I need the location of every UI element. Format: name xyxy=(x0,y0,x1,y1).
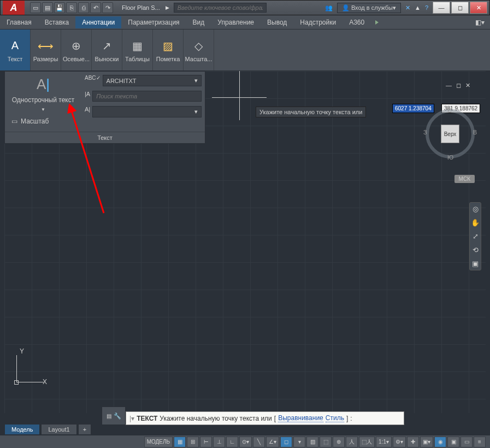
vp-restore[interactable]: ◻ xyxy=(456,82,461,89)
tab-addins[interactable]: Надстройки xyxy=(293,16,343,28)
annoscale-toggle[interactable]: 人 xyxy=(346,437,358,447)
cmd-option-style[interactable]: Стиль xyxy=(326,414,344,422)
app-logo[interactable]: A xyxy=(3,1,25,15)
text-height-combo[interactable]: ▾ xyxy=(92,106,202,117)
close-button[interactable]: ✕ xyxy=(470,2,487,14)
app-icon[interactable]: ▲ xyxy=(415,4,421,11)
text-height-icon[interactable]: A| xyxy=(85,106,90,120)
open-icon[interactable]: ▤ xyxy=(42,2,53,13)
sign-in-button[interactable]: 👤 Вход в службы▾ xyxy=(337,3,401,13)
leaders-button[interactable]: ↗Выноски xyxy=(92,30,122,70)
tab-insert[interactable]: Вставка xyxy=(38,16,76,28)
osnap-toggle[interactable]: ∠▾ xyxy=(266,437,279,447)
transparency-toggle[interactable]: ▧ xyxy=(306,437,318,447)
centerlines-button[interactable]: ⊕Осевые... xyxy=(61,30,92,70)
tab-view[interactable]: Вид xyxy=(186,16,211,28)
panel-toggle-icon[interactable]: ◧▾ xyxy=(475,19,490,26)
auto-toggle[interactable]: ⬚人 xyxy=(359,437,375,447)
command-line-handle[interactable]: ▤ 🔧 xyxy=(102,406,126,425)
center-icon: ⊕ xyxy=(69,38,84,54)
help-icon[interactable]: ? xyxy=(425,4,428,11)
redo-icon[interactable]: ↷ xyxy=(102,2,113,13)
spellcheck-icon[interactable]: ABC✓ xyxy=(85,75,101,89)
quickprops-toggle[interactable]: ✚ xyxy=(407,437,419,447)
dyn-toggle[interactable]: ⊥ xyxy=(213,437,225,447)
otrack-toggle[interactable]: ◻ xyxy=(280,437,292,447)
cycling-toggle[interactable]: ⬚ xyxy=(320,437,332,447)
cmd-option-justify[interactable]: Выравнивание xyxy=(278,414,323,422)
vc-east: В xyxy=(473,129,477,135)
scale-icon: ◇ xyxy=(191,38,206,54)
steering-wheel-icon[interactable]: ◎ xyxy=(473,205,479,213)
find-icon[interactable]: |A xyxy=(85,91,90,104)
tables-button[interactable]: ▦Таблицы xyxy=(122,30,153,70)
chevron-down-icon: ▾ xyxy=(194,108,198,115)
print-icon[interactable]: ⎙ xyxy=(78,2,89,13)
chevron-down-icon[interactable]: ▼ xyxy=(41,107,45,112)
infocenter-icon[interactable]: 👥 xyxy=(325,4,333,11)
orbit-icon[interactable]: ⟲ xyxy=(473,246,479,254)
single-line-text-button[interactable]: Однострочный текст xyxy=(12,96,74,104)
scale-item[interactable]: ▭ Масштаб xyxy=(9,115,51,127)
tab-output[interactable]: Вывод xyxy=(261,16,293,28)
scale-button[interactable]: ◇Масшта... xyxy=(184,30,214,70)
workspace-toggle[interactable]: ⚙▾ xyxy=(393,437,406,447)
search-input[interactable] xyxy=(174,3,267,13)
vp-minimize[interactable]: — xyxy=(446,82,452,89)
add-layout-button[interactable]: + xyxy=(78,424,91,434)
saveas-icon[interactable]: ⎘ xyxy=(66,2,77,13)
user-icon: 👤 xyxy=(342,4,350,11)
tab-model[interactable]: Модель xyxy=(4,424,40,434)
file-name: Floor Plan S... xyxy=(116,4,166,11)
panel-title[interactable]: Текст xyxy=(5,132,205,143)
model-space-button[interactable]: МОДЕЛЬ xyxy=(144,437,173,447)
ribbon-panel: AТекст ⟷Размеры ⊕Осевые... ↗Выноски ▦Таб… xyxy=(0,30,490,71)
scale-selector[interactable]: 1:1▾ xyxy=(376,437,392,447)
scale-icon: ▭ xyxy=(11,117,17,125)
save-icon[interactable]: 💾 xyxy=(54,2,65,13)
infer-toggle[interactable]: ⊢ xyxy=(200,437,212,447)
play-icon[interactable] xyxy=(375,20,379,25)
zoom-icon[interactable]: ⤢ xyxy=(473,232,479,240)
tab-parametric[interactable]: Параметризация xyxy=(121,16,186,28)
dropdown-icon[interactable]: ▶ xyxy=(166,5,169,10)
viewcube-top[interactable]: Верх xyxy=(441,125,459,143)
grid-toggle[interactable]: ▦ xyxy=(174,437,186,447)
iso-toggle[interactable]: ╲ xyxy=(253,437,265,447)
viewcube[interactable]: Верх С Ю В З xyxy=(426,109,475,158)
new-icon[interactable]: ▭ xyxy=(30,2,41,13)
snap-toggle[interactable]: ⊞ xyxy=(187,437,199,447)
tab-layout1[interactable]: Layout1 xyxy=(41,424,76,434)
customize-icon[interactable]: ▤ xyxy=(107,413,111,419)
pan-icon[interactable]: ✋ xyxy=(471,219,480,227)
vp-close[interactable]: ✕ xyxy=(465,82,470,89)
minimize-button[interactable]: — xyxy=(433,2,450,14)
cleanscreen-toggle[interactable]: ▭ xyxy=(461,437,473,447)
wcs-badge[interactable]: МСК xyxy=(454,175,475,183)
tab-manage[interactable]: Управление xyxy=(211,16,261,28)
undo-icon[interactable]: ↶ xyxy=(90,2,101,13)
maximize-button[interactable]: ◻ xyxy=(451,2,469,14)
lineweight-toggle[interactable]: ▾ xyxy=(293,437,305,447)
dimension-icon: ⟷ xyxy=(38,38,54,54)
dimensions-button[interactable]: ⟷Размеры xyxy=(31,30,61,70)
text-style-combo[interactable]: ARCHITXT▾ xyxy=(103,75,202,86)
tab-home[interactable]: Главная xyxy=(0,16,38,28)
text-button[interactable]: AТекст xyxy=(0,30,31,70)
command-line[interactable]: |▾ ТЕКСТ Укажите начальную точку текста … xyxy=(126,411,404,425)
polar-toggle[interactable]: ⊙▾ xyxy=(239,437,252,447)
markup-button[interactable]: ▨Пометка xyxy=(153,30,184,70)
layout-tabs: Модель Layout1 + xyxy=(4,423,91,435)
wrench-icon[interactable]: 🔧 xyxy=(114,412,121,420)
hardware-toggle[interactable]: ◉ xyxy=(434,437,446,447)
isolate-toggle[interactable]: ▣ xyxy=(447,437,459,447)
tab-a360[interactable]: A360 xyxy=(343,16,371,28)
ui-lock-toggle[interactable]: ▣▾ xyxy=(420,437,433,447)
annomonitor-toggle[interactable]: ⊕ xyxy=(333,437,345,447)
exchange-icon[interactable]: ✕ xyxy=(405,4,410,11)
text-search-input[interactable] xyxy=(92,91,202,102)
ortho-toggle[interactable]: ∟ xyxy=(226,437,238,447)
tab-annotate[interactable]: Аннотации xyxy=(75,16,121,28)
showmotion-icon[interactable]: ▣ xyxy=(472,260,479,268)
customize-status-button[interactable]: ≡ xyxy=(474,437,486,447)
